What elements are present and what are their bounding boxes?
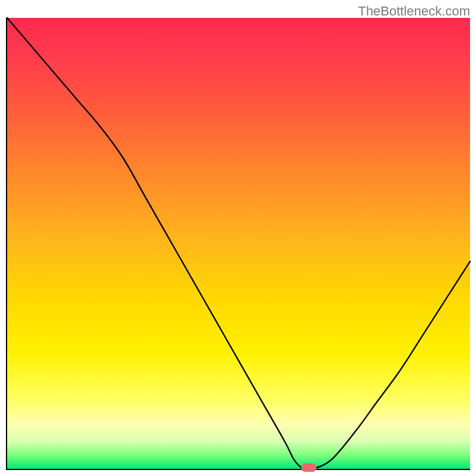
bottleneck-curve: [7, 18, 470, 470]
chart-container: TheBottleneck.com: [0, 0, 476, 476]
optimal-marker: [301, 464, 317, 472]
watermark-text: TheBottleneck.com: [358, 4, 470, 19]
plot-area: [6, 18, 470, 470]
curve-svg: [7, 18, 470, 469]
